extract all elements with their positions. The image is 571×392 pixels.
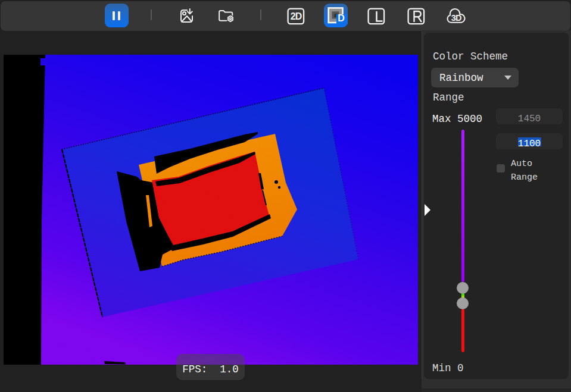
svg-text:3D: 3D [451,13,461,23]
svg-text:2D: 2D [291,11,302,21]
svg-text:D: D [338,13,345,23]
